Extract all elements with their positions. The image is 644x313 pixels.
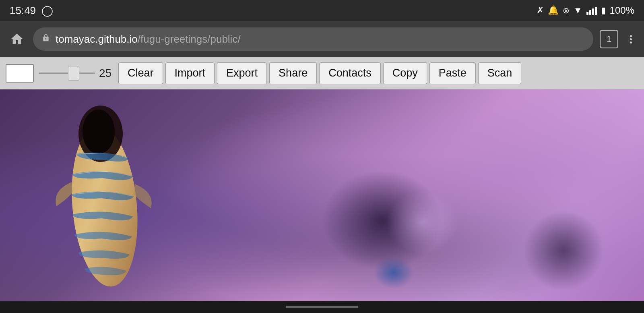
contacts-button[interactable]: Contacts — [319, 62, 381, 84]
slider-value: 25 — [99, 67, 114, 80]
dnd-icon: ⊗ — [563, 6, 570, 15]
nav-handle — [286, 306, 358, 308]
battery-percent: 100% — [610, 5, 634, 16]
more-dot-2 — [630, 38, 632, 40]
bluetooth-icon: ✗ — [537, 5, 544, 16]
url-bar[interactable]: tomayac.github.io/fugu-greetings/public/ — [33, 27, 593, 51]
browser-bar: tomayac.github.io/fugu-greetings/public/… — [0, 21, 644, 57]
main-content — [0, 89, 644, 301]
clock: 15:49 — [10, 4, 36, 17]
copy-button[interactable]: Copy — [383, 62, 427, 84]
paste-button[interactable]: Paste — [429, 62, 476, 84]
more-dot-3 — [630, 41, 632, 44]
slider-track[interactable] — [39, 73, 95, 74]
more-button[interactable] — [625, 30, 637, 48]
color-swatch[interactable] — [6, 64, 34, 83]
slider-container: 25 — [39, 67, 114, 80]
bg-blob-4 — [374, 257, 414, 289]
url-domain: tomayac.github.io — [56, 33, 138, 45]
slider-thumb[interactable] — [68, 66, 79, 81]
url-text: tomayac.github.io/fugu-greetings/public/ — [56, 33, 241, 46]
status-bar: 15:49 ◯ ✗ 🔔 ⊗ ▼ ▮ 100% — [0, 0, 644, 21]
wifi-icon: ▼ — [574, 5, 582, 16]
browser-actions: 1 — [600, 30, 637, 48]
status-bar-right: ✗ 🔔 ⊗ ▼ ▮ 100% — [537, 5, 634, 16]
toolbar: 25 Clear Import Export Share Contacts Co… — [0, 57, 644, 89]
nav-bar — [0, 301, 644, 313]
svg-point-2 — [83, 110, 115, 154]
share-button[interactable]: Share — [269, 62, 317, 84]
android-icon: ◯ — [41, 4, 53, 17]
fish-svg — [36, 93, 173, 287]
status-bar-left: 15:49 ◯ — [10, 4, 53, 17]
import-button[interactable]: Import — [165, 62, 215, 84]
lock-icon — [42, 33, 50, 45]
more-dot-1 — [630, 35, 632, 37]
tab-count-button[interactable]: 1 — [600, 30, 618, 48]
url-path: /fugu-greetings/public/ — [138, 33, 241, 45]
bg-blob-3 — [386, 190, 459, 255]
home-button[interactable] — [7, 29, 27, 49]
background — [0, 89, 644, 301]
clear-button[interactable]: Clear — [118, 62, 163, 84]
battery-icon: ▮ — [601, 5, 606, 16]
fish-image — [36, 93, 173, 287]
export-button[interactable]: Export — [217, 62, 267, 84]
home-icon — [10, 32, 24, 46]
signal-icon — [586, 6, 597, 15]
mute-icon: 🔔 — [548, 5, 559, 16]
scan-button[interactable]: Scan — [478, 62, 522, 84]
bg-blob-2 — [523, 210, 604, 291]
